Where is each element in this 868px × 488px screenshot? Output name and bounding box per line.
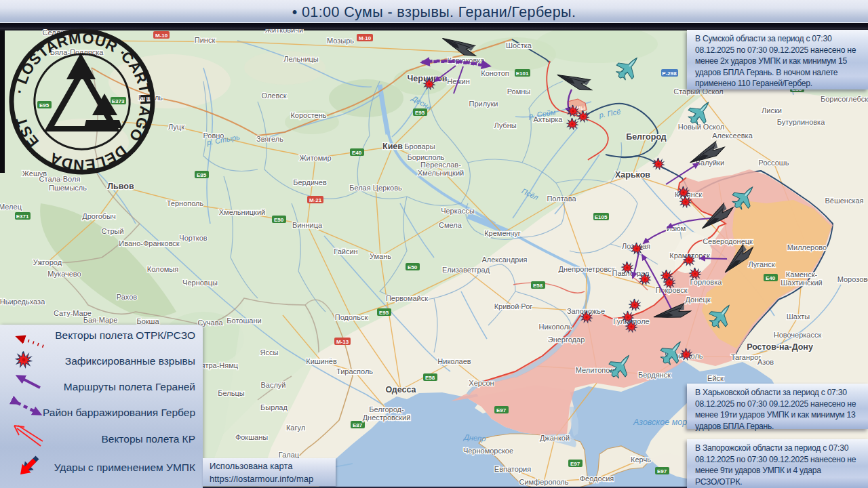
svg-text:Новочеркасск: Новочеркасск [774,331,822,339]
svg-text:Е58: Е58 [425,375,435,381]
svg-text:Азов: Азов [757,358,774,366]
svg-text:Россошь: Россошь [759,159,789,167]
svg-text:Феодосия: Феодосия [580,474,614,483]
svg-text:Гайсин: Гайсин [334,247,357,256]
svg-text:Тернополь: Тернополь [167,199,204,207]
svg-text:Коростень: Коростень [290,111,326,119]
svg-text:Переяслав-: Переяслав- [420,161,461,169]
svg-text:Харьков: Харьков [615,170,650,180]
svg-text:Винница: Винница [292,221,323,229]
svg-text:Херсон: Херсон [469,379,494,387]
svg-text:Звягель: Звягель [256,135,283,143]
svg-text:Дрогобыч: Дрогобыч [82,212,116,220]
svg-text:Ньиредьхаза: Ньиредьхаза [0,298,45,306]
svg-text:Ужгород: Ужгород [33,258,62,266]
svg-text:Луцк: Луцк [168,123,184,131]
svg-text:Е58: Е58 [533,283,543,289]
svg-text:Кривой Рог: Кривой Рог [494,302,533,310]
svg-text:Е105: Е105 [595,214,608,220]
svg-text:Луганск: Луганск [748,260,774,268]
svg-text:Львов: Львов [107,182,134,191]
svg-text:Подольск: Подольск [335,313,368,321]
svg-text:Каменск-: Каменск- [786,270,818,279]
svg-text:Киев: Киев [382,142,403,151]
svg-text:Миллерово: Миллерово [787,243,827,251]
svg-text:Мелитополь: Мелитополь [576,366,618,374]
svg-text:CARTHAGO: CARTHAGO [105,45,158,147]
svg-text:Белгород-: Белгород- [369,405,404,413]
svg-text:Борисоглебск: Борисоглебск [821,95,868,103]
svg-text:Прилуки: Прилуки [469,100,498,108]
svg-text:Ромны: Ромны [507,87,531,96]
svg-text:Яссы: Яссы [260,348,279,357]
svg-text:Кишинёв: Кишинёв [306,357,337,365]
svg-text:Бровары: Бровары [404,142,435,150]
svg-text:Е97: Е97 [496,407,507,413]
svg-text:Ейск: Ейск [707,374,724,382]
svg-text:Хмельницкий: Хмельницкий [418,169,464,177]
svg-text:Е101: Е101 [516,70,529,77]
svg-text:Смела: Смела [439,221,462,229]
svg-text:Бердянск: Бердянск [638,371,671,379]
svg-text:Джанкой: Джанкой [540,434,570,442]
svg-text:Бельцы: Бельцы [218,389,244,397]
svg-text:Кременчуг: Кременчуг [484,229,521,237]
svg-text:Стрый: Стрый [101,227,123,235]
svg-text:Никополь: Никополь [538,323,572,331]
svg-text:Черноморское: Черноморское [463,447,513,455]
svg-text:Первомайск: Первомайск [386,294,428,302]
svg-text:Рахов: Рахов [117,293,138,301]
svg-text:Энергодар: Энергодар [548,336,585,344]
svg-text:Бутурлиновка: Бутурлиновка [777,118,825,126]
svg-text:Изюм: Изюм [667,224,686,232]
svg-text:Шахтинский: Шахтинский [781,279,822,287]
svg-text:Керчь: Керчь [631,455,651,464]
svg-text:Р-298: Р-298 [662,70,677,77]
svg-text:Е95: Е95 [415,110,425,116]
svg-text:Е85: Е85 [197,172,207,178]
svg-text:Пинск: Пинск [195,36,216,44]
svg-text:Александрия: Александрия [481,256,527,264]
svg-text:DELENDA: DELENDA [43,131,132,178]
svg-text:Евпатория: Евпатория [494,465,531,473]
svg-text:Кагул: Кагул [286,424,305,432]
svg-text:Ботошани: Ботошани [226,317,261,325]
svg-text:Горловка: Горловка [690,278,723,286]
svg-text:М-21: М-21 [309,197,322,203]
svg-text:Умань: Умань [370,252,391,260]
svg-text:Полтава: Полтава [547,195,576,203]
svg-text:Алексеевка: Алексеевка [712,131,753,140]
svg-text:Фокшаны: Фокшаны [235,433,268,441]
svg-text:Лубны: Лубны [494,121,516,129]
svg-text:Морозовск: Морозовск [837,275,868,283]
svg-text:Таганрог: Таганрог [731,353,762,361]
svg-text:Елизаветград: Елизаветград [442,266,490,274]
svg-text:Чортков: Чортков [179,234,207,242]
svg-text:Лельницы: Лельницы [283,55,319,63]
svg-text:Мелец: Мелец [0,203,22,211]
svg-text:Ростов-на-Дону: Ростов-на-Дону [747,342,813,352]
svg-text:Вёшенская: Вёшенская [825,197,863,205]
svg-text:Е87: Е87 [353,422,363,428]
svg-text:Пшемысль: Пшемысль [49,184,87,192]
svg-text:Белгород: Белгород [626,132,667,142]
svg-text:Днепропетровск: Днепропетровск [559,265,615,273]
svg-text:Олевск: Олевск [261,92,286,100]
svg-text:Одесса: Одесса [385,385,416,394]
svg-text:Е371: Е371 [16,214,29,220]
svg-text:Бердичев: Бердичев [293,178,327,186]
svg-text:Бырлад: Бырлад [260,403,288,411]
svg-text:Азовское море: Азовское море [633,418,692,427]
svg-text:Днестровский: Днестровский [363,413,411,422]
svg-text:Е97: Е97 [570,461,580,467]
svg-text:Васлуй: Васлуй [260,381,285,389]
svg-text:Житомир: Житомир [299,154,331,162]
svg-text:Черкассы: Черкассы [441,207,475,215]
svg-text:Е50: Е50 [274,217,284,223]
svg-text:Мозырь: Мозырь [327,37,354,45]
svg-text:Е50: Е50 [408,264,418,270]
svg-text:Шостка: Шостка [506,41,532,49]
svg-text:Новый Оскол: Новый Оскол [678,123,724,131]
svg-text:Е95: Е95 [379,310,389,316]
svg-text:Лиски: Лиски [762,106,782,115]
